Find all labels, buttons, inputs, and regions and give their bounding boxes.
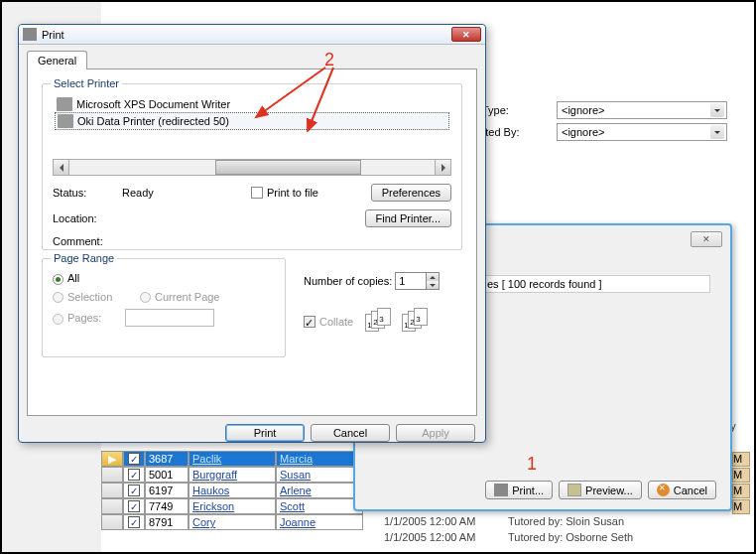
preview-button[interactable]: Preview... [559, 481, 642, 499]
checkbox-icon[interactable]: ✓ [128, 485, 140, 496]
checkbox-icon[interactable]: ✓ [128, 453, 140, 465]
dialog-cancel-button[interactable]: Cancel [311, 424, 390, 442]
type-value: <ignore> [562, 104, 604, 116]
firstname-cell[interactable]: Joanne [276, 514, 363, 530]
pages-input [125, 309, 214, 327]
row-badge: M [732, 499, 750, 514]
results-grid[interactable]: ▶✓3687PaclikMarcia✓5001BurggraffSusan✓61… [101, 451, 379, 530]
table-row[interactable]: ✓7749EricksonScott [101, 498, 379, 514]
grid-tutor-cell: Tutored by: Sloin Susan [508, 515, 624, 527]
titlebar[interactable]: Print ✕ [19, 25, 485, 45]
dialog-buttons: Print Cancel Apply [19, 424, 485, 452]
table-row[interactable]: ✓8791CoryJoanne [101, 514, 379, 530]
comment-label: Comment: [53, 235, 122, 247]
printer-item[interactable]: Oki Data Printer (redirected 50) [55, 112, 449, 130]
row-header[interactable] [101, 498, 123, 514]
firstname-cell[interactable]: Scott [276, 498, 363, 514]
print-button[interactable]: Print... [485, 481, 553, 499]
checkbox-icon[interactable]: ✓ [128, 516, 140, 528]
table-row[interactable]: ▶✓3687PaclikMarcia [101, 451, 379, 467]
row-checkbox-cell[interactable]: ✓ [123, 451, 145, 467]
page-range-title: Page Range [51, 252, 117, 264]
copies-spinner[interactable] [395, 272, 440, 290]
row-badge: M [732, 452, 750, 467]
type-dropdown[interactable]: <ignore> [557, 101, 727, 119]
scroll-track[interactable] [69, 159, 435, 176]
tab-body: Select Printer Microsoft XPS Document Wr… [27, 69, 477, 416]
filter-row-type: g Type: <ignore> [473, 101, 727, 119]
dialog-button-row: Print... Preview... Cancel [485, 481, 716, 499]
dialog-apply-button: Apply [396, 424, 475, 442]
id-cell: 8791 [145, 514, 189, 530]
scroll-left-button[interactable] [53, 159, 69, 176]
window-title: Print [42, 29, 64, 41]
cancel-icon [657, 484, 670, 496]
cancel-button[interactable]: Cancel [648, 481, 716, 499]
pages-radio [53, 314, 63, 325]
print-to-file-checkbox[interactable] [251, 187, 263, 199]
lastname-cell[interactable]: Erickson [189, 498, 276, 514]
records-count: es [ 100 records found ] [482, 275, 710, 293]
checkbox-icon[interactable]: ✓ [128, 500, 140, 512]
spin-down[interactable] [426, 281, 439, 289]
annotation-2: 2 [324, 50, 334, 70]
tab-general[interactable]: General [27, 51, 87, 69]
row-checkbox-cell[interactable]: ✓ [123, 498, 145, 514]
comment-row: Comment: [53, 235, 451, 247]
row-header[interactable] [101, 514, 123, 530]
dialog-print-button[interactable]: Print [225, 424, 305, 442]
scroll-thumb[interactable] [215, 160, 361, 175]
status-label: Status: [53, 187, 122, 199]
firstname-cell[interactable]: Susan [276, 467, 363, 483]
hscrollbar[interactable] [53, 159, 451, 176]
copies-label: Number of copies: [304, 275, 392, 287]
pages-label: Pages: [67, 312, 122, 324]
location-row: Location: Find Printer... [53, 209, 451, 227]
created-value: <ignore> [562, 126, 604, 138]
collate-icon: 123 [365, 308, 395, 334]
printer-name: Oki Data Printer (redirected 50) [77, 115, 229, 127]
preferences-button[interactable]: Preferences [371, 184, 451, 202]
chevron-down-icon [710, 103, 724, 117]
collate-icon: 123 [402, 308, 432, 334]
find-printer-button[interactable]: Find Printer... [365, 209, 451, 227]
row-checkbox-cell[interactable]: ✓ [123, 483, 145, 498]
table-row[interactable]: ✓5001BurggraffSusan [101, 467, 379, 483]
lastname-cell[interactable]: Haukos [189, 483, 276, 498]
row-checkbox-cell[interactable]: ✓ [123, 514, 145, 530]
collate-row: ✓ Collate 123 123 [304, 308, 452, 336]
collate-checkbox: ✓ [304, 316, 315, 328]
lastname-cell[interactable]: Cory [189, 514, 276, 530]
id-cell: 7749 [145, 498, 189, 514]
all-radio[interactable] [53, 274, 63, 285]
copies-input[interactable] [396, 273, 426, 289]
print-dialog: Print ✕ General Select Printer Microsoft… [18, 24, 486, 443]
printer-name: Microsoft XPS Document Writer [76, 98, 230, 110]
row-header[interactable] [101, 483, 123, 498]
firstname-cell[interactable]: Marcia [276, 451, 363, 467]
printer-icon [23, 28, 37, 41]
printer-item[interactable]: Microsoft XPS Document Writer [55, 96, 449, 112]
grid-date-cell: 1/1/2005 12:00 AM [384, 515, 475, 527]
filter-row-created: eated By: <ignore> [473, 123, 727, 141]
lastname-cell[interactable]: Paclik [189, 451, 276, 467]
all-label: All [67, 272, 79, 284]
scroll-right-button[interactable] [435, 159, 451, 176]
close-button[interactable]: ✕ [451, 27, 481, 42]
printer-group: Select Printer Microsoft XPS Document Wr… [42, 83, 462, 250]
printer-icon [494, 484, 508, 496]
spin-up[interactable] [426, 273, 439, 281]
grid-tutor-cell: Tutored by: Osborne Seth [508, 531, 633, 543]
row-header[interactable]: ▶ [101, 451, 123, 467]
close-button[interactable]: ✕ [691, 231, 722, 247]
annotation-1: 1 [527, 454, 537, 475]
current-page-radio [140, 292, 151, 303]
checkbox-icon[interactable]: ✓ [128, 469, 140, 481]
firstname-cell[interactable]: Arlene [276, 483, 363, 498]
printer-list[interactable]: Microsoft XPS Document WriterOki Data Pr… [53, 94, 451, 156]
created-dropdown[interactable]: <ignore> [557, 123, 727, 141]
row-header[interactable] [101, 467, 123, 483]
table-row[interactable]: ✓6197HaukosArlene [101, 483, 379, 498]
lastname-cell[interactable]: Burggraff [189, 467, 276, 483]
row-checkbox-cell[interactable]: ✓ [123, 467, 145, 483]
